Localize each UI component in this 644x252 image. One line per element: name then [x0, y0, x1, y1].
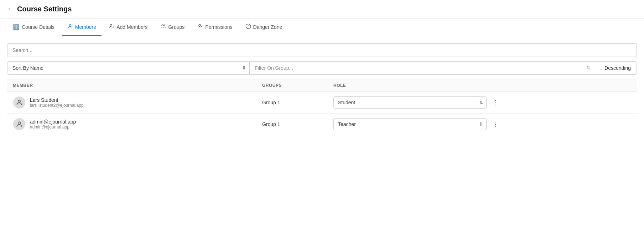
tab-add-members-label: Add Members: [116, 24, 147, 30]
tab-permissions[interactable]: Permissions: [192, 19, 238, 36]
group-filter-wrapper: Filter On Group... ⇅: [250, 62, 594, 74]
more-options-button[interactable]: ⋮: [489, 119, 502, 130]
column-role: ROLE: [333, 83, 631, 88]
member-name: Lars Student: [30, 97, 84, 103]
avatar: [13, 96, 26, 109]
search-input[interactable]: [7, 43, 637, 57]
more-options-button[interactable]: ⋮: [489, 97, 502, 108]
tab-groups-label: Groups: [168, 24, 185, 30]
table-row: admin@ejournal.app admin@ejournal.app Gr…: [7, 114, 637, 135]
tab-permissions-label: Permissions: [205, 24, 232, 30]
course-details-icon: ℹ️: [13, 24, 20, 30]
tab-danger-zone-label: Danger Zone: [253, 24, 282, 30]
role-select-wrapper: StudentTeacherObserverDesignerTA ⇅: [333, 118, 487, 130]
role-select-wrapper: StudentTeacherObserverDesignerTA ⇅: [333, 96, 487, 109]
column-groups: GROUPS: [262, 83, 333, 88]
page-title: Course Settings: [17, 5, 72, 13]
member-name: admin@ejournal.app: [30, 119, 76, 125]
danger-zone-icon: [245, 23, 251, 30]
member-groups: Group 1: [262, 100, 333, 105]
more-options-icon: ⋮: [492, 99, 499, 106]
tab-course-details[interactable]: ℹ️ Course Details: [7, 19, 60, 36]
permissions-icon: [197, 23, 203, 30]
svg-point-5: [163, 25, 165, 26]
sort-select[interactable]: Sort By Name Sort By Email Sort By Role: [7, 62, 249, 74]
member-details: admin@ejournal.app admin@ejournal.app: [30, 119, 76, 130]
column-member: MEMBER: [13, 83, 262, 88]
member-info: Lars Student lars+student2@ejournal.app: [13, 96, 262, 109]
groups-icon: [160, 23, 166, 30]
sort-filter-wrapper: Sort By Name Sort By Email Sort By Role …: [7, 62, 250, 74]
svg-point-0: [69, 25, 71, 26]
filters-bar: Sort By Name Sort By Email Sort By Role …: [7, 61, 637, 75]
svg-point-1: [110, 25, 112, 26]
add-members-icon: [109, 23, 114, 30]
svg-point-11: [18, 122, 21, 124]
member-table-body: Lars Student lars+student2@ejournal.app …: [7, 92, 637, 135]
avatar: [13, 118, 26, 131]
member-email: admin@ejournal.app: [30, 125, 76, 130]
tab-add-members[interactable]: Add Members: [103, 19, 153, 36]
member-email: lars+student2@ejournal.app: [30, 103, 84, 108]
tab-groups[interactable]: Groups: [155, 19, 190, 36]
group-filter-select[interactable]: Filter On Group...: [250, 62, 594, 74]
members-icon: [67, 23, 73, 30]
table-row: Lars Student lars+student2@ejournal.app …: [7, 92, 637, 114]
member-groups: Group 1: [262, 121, 333, 127]
back-button[interactable]: ←: [7, 5, 14, 13]
tab-members-label: Members: [75, 24, 96, 30]
main-content: Sort By Name Sort By Email Sort By Role …: [0, 36, 644, 142]
back-arrow-icon: ←: [7, 5, 14, 13]
member-role-wrapper: StudentTeacherObserverDesignerTA ⇅ ⋮: [333, 118, 631, 130]
svg-point-4: [162, 25, 163, 26]
role-select[interactable]: StudentTeacherObserverDesignerTA: [333, 96, 487, 109]
more-options-icon: ⋮: [492, 120, 499, 128]
descending-arrow-icon: ↓: [600, 65, 602, 71]
descending-label: Descending: [604, 65, 631, 71]
member-info: admin@ejournal.app admin@ejournal.app: [13, 118, 262, 131]
svg-point-6: [199, 25, 201, 26]
role-select[interactable]: StudentTeacherObserverDesignerTA: [333, 118, 487, 130]
page-header: ← Course Settings: [0, 0, 644, 19]
table-header: MEMBER GROUPS ROLE: [7, 79, 637, 92]
svg-point-10: [18, 100, 21, 103]
member-role-wrapper: StudentTeacherObserverDesignerTA ⇅ ⋮: [333, 96, 631, 109]
tabs-nav: ℹ️ Course Details Members Add Members Gr…: [0, 19, 644, 36]
member-details: Lars Student lars+student2@ejournal.app: [30, 97, 84, 108]
tab-course-details-label: Course Details: [22, 24, 54, 30]
descending-button[interactable]: ↓ Descending: [594, 62, 637, 74]
tab-members[interactable]: Members: [62, 19, 102, 36]
tab-danger-zone[interactable]: Danger Zone: [240, 19, 288, 36]
